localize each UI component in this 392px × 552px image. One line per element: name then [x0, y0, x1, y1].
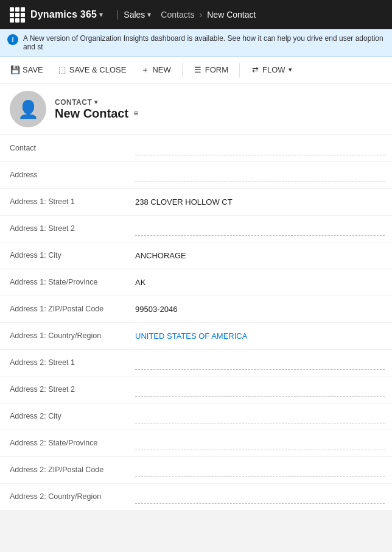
- form-row: Address 1: CityANCHORAGE: [0, 242, 392, 269]
- entity-type-chevron-icon: ▾: [94, 99, 98, 105]
- info-banner: i A New version of Organization Insights…: [0, 29, 392, 57]
- field-label: Address 1: Street 1: [0, 189, 128, 215]
- sales-chevron-icon[interactable]: ▾: [147, 10, 151, 19]
- breadcrumb-contacts[interactable]: Contacts: [161, 10, 194, 19]
- field-label: Address 2: Street 2: [0, 377, 128, 403]
- entity-header: 👤 CONTACT ▾ New Contact ≡: [0, 83, 392, 135]
- field-value: [128, 350, 392, 376]
- field-value: [128, 430, 392, 456]
- breadcrumb: Contacts › New Contact: [161, 10, 256, 19]
- field-value: [128, 457, 392, 483]
- field-value: [128, 216, 392, 242]
- breadcrumb-current: New Contact: [207, 10, 256, 19]
- app-title-chevron[interactable]: ▾: [99, 10, 103, 19]
- field-value: [128, 162, 392, 188]
- form-row: Address 2: City: [0, 403, 392, 430]
- avatar-person-icon: 👤: [18, 99, 39, 119]
- field-label: Address 2: City: [0, 403, 128, 430]
- field-label: Address 2: ZIP/Postal Code: [0, 457, 128, 483]
- field-label: Address 2: State/Province: [0, 430, 128, 456]
- form-row: Address 1: Country/RegionUNITED STATES O…: [0, 323, 392, 350]
- save-icon: 💾: [11, 66, 19, 74]
- field-label: Address 1: State/Province: [0, 269, 128, 295]
- field-label: Address 2: Country/Region: [0, 484, 128, 510]
- form-row: Address 2: ZIP/Postal Code: [0, 457, 392, 484]
- info-icon: i: [7, 34, 18, 45]
- flow-chevron: ▾: [289, 66, 292, 74]
- save-button[interactable]: 💾 SAVE: [5, 62, 49, 78]
- cmd-separator-2: [239, 63, 240, 77]
- field-value: ANCHORAGE: [128, 242, 392, 269]
- form-icon: ☰: [194, 66, 202, 74]
- save-close-icon: ⬚: [58, 66, 66, 74]
- cmd-separator-1: [182, 63, 183, 77]
- info-banner-text: A New version of Organization Insights d…: [23, 34, 385, 51]
- form-row: Address 2: Country/Region: [0, 484, 392, 511]
- field-label: Address 1: ZIP/Postal Code: [0, 296, 128, 322]
- field-label: Address: [0, 162, 128, 188]
- grid-dots-icon: [10, 7, 25, 23]
- field-label: Address 2: Street 1: [0, 350, 128, 376]
- form-row: Address 1: Street 1238 CLOVER HOLLOW CT: [0, 189, 392, 216]
- form-content: ContactAddressAddress 1: Street 1238 CLO…: [0, 135, 392, 511]
- field-value: 99503-2046: [128, 296, 392, 322]
- field-label: Contact: [0, 135, 128, 161]
- field-link-value[interactable]: UNITED STATES OF AMERICA: [135, 331, 247, 341]
- entity-name-menu-icon[interactable]: ≡: [133, 108, 138, 118]
- form-row: Address 2: State/Province: [0, 430, 392, 457]
- flow-button[interactable]: ⇄ FLOW ▾: [245, 62, 298, 78]
- field-label: Address 1: Country/Region: [0, 323, 128, 349]
- command-bar: 💾 SAVE ⬚ SAVE & CLOSE ＋ NEW ☰ FORM ⇄ FLO…: [0, 57, 392, 83]
- field-value: AK: [128, 269, 392, 295]
- field-value: 238 CLOVER HOLLOW CT: [128, 189, 392, 215]
- flow-icon: ⇄: [251, 66, 259, 74]
- form-row: Address 2: Street 1: [0, 350, 392, 377]
- save-close-button[interactable]: ⬚ SAVE & CLOSE: [52, 62, 133, 78]
- sales-module-label[interactable]: Sales: [124, 10, 145, 19]
- app-title: Dynamics 365: [30, 9, 97, 20]
- new-icon: ＋: [141, 66, 149, 74]
- form-button[interactable]: ☰ FORM: [187, 62, 234, 78]
- form-row: Address 1: Street 2: [0, 216, 392, 242]
- form-row: Contact: [0, 135, 392, 162]
- nav-divider: |: [116, 9, 119, 20]
- field-value: [128, 135, 392, 161]
- app-grid-button[interactable]: [7, 5, 27, 24]
- top-nav-bar: Dynamics 365 ▾ | Sales ▾ Contacts › New …: [0, 0, 392, 29]
- form-row: Address: [0, 162, 392, 189]
- field-value: [128, 377, 392, 403]
- entity-type-label[interactable]: CONTACT ▾: [55, 98, 138, 107]
- entity-name: New Contact ≡: [55, 107, 138, 121]
- field-label: Address 1: City: [0, 242, 128, 269]
- field-value: [128, 403, 392, 430]
- entity-title-area: CONTACT ▾ New Contact ≡: [55, 98, 138, 121]
- form-rows: ContactAddressAddress 1: Street 1238 CLO…: [0, 135, 392, 511]
- breadcrumb-arrow: ›: [200, 10, 203, 19]
- form-row: Address 2: Street 2: [0, 377, 392, 403]
- new-button[interactable]: ＋ NEW: [135, 62, 177, 78]
- contact-avatar: 👤: [10, 91, 46, 127]
- field-label: Address 1: Street 2: [0, 216, 128, 242]
- form-row: Address 1: State/ProvinceAK: [0, 269, 392, 296]
- field-value: UNITED STATES OF AMERICA: [128, 323, 392, 349]
- form-row: Address 1: ZIP/Postal Code99503-2046: [0, 296, 392, 323]
- field-value: [128, 484, 392, 510]
